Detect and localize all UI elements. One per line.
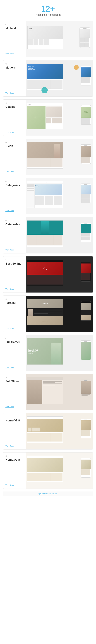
- phone-hg2-item-2: [86, 470, 90, 475]
- phone-mockup-homegift: [81, 419, 91, 438]
- phone-parallax-s1: [81, 303, 91, 310]
- card-title-classic: Classic: [5, 105, 24, 108]
- phone-mockup-parallax: [81, 301, 91, 321]
- phone-slider-content: [81, 394, 91, 397]
- card-number-10: 10: [5, 376, 24, 378]
- view-demo-fullslider[interactable]: View Demo: [5, 406, 24, 408]
- cat-grid-item-1: [35, 196, 44, 205]
- best-hero-text: BestSelling: [43, 267, 47, 270]
- parallax-section2: [27, 308, 63, 316]
- slider-figure: [27, 380, 42, 404]
- phone-notch-classic: [84, 106, 88, 106]
- classic-product-img: [46, 106, 62, 118]
- card-number-11: 11: [5, 416, 24, 418]
- classic-header: APPER: [27, 103, 63, 106]
- phone-parallax-s2: [81, 310, 91, 315]
- clean-figure: [54, 144, 60, 158]
- card-right-bestselling: BestSelling: [26, 256, 93, 292]
- phone-hg-items: [81, 430, 91, 436]
- homepage-count: 12+: [3, 5, 93, 13]
- clean-product-2: [39, 158, 51, 167]
- phone-notch-parallax: [84, 302, 88, 302]
- hg-hero-prod-3: [36, 428, 40, 432]
- card-categories-06: 06 Categories View Demo: [3, 217, 93, 254]
- cat-dot-3: [46, 182, 47, 183]
- phone-cat2-items: [81, 233, 91, 240]
- cat-body: NewArrivals: [27, 184, 63, 208]
- view-demo-homegift-12[interactable]: View Demo: [5, 484, 24, 486]
- card-number-02: 02: [5, 63, 24, 65]
- phone-slider-line-1: [82, 394, 90, 395]
- card-left-fullslider: 10 Full Slider View Demo: [3, 374, 26, 410]
- preview-parallax: New Arrivals New Arrivals: [26, 296, 93, 332]
- cat-grid-item-2: [45, 196, 53, 205]
- hg-hero-prod-2: [32, 428, 36, 432]
- view-demo-classic[interactable]: View Demo: [5, 131, 24, 133]
- card-left-fullscreen: 09 Full Screen View Demo: [3, 335, 26, 371]
- page-wrapper: 12+ Predefined Homepages 01 Minimal View…: [0, 0, 96, 499]
- card-left-homegift-11: 11 Home&Gift View Demo: [3, 413, 26, 449]
- desktop-mockup-parallax: New Arrivals New Arrivals: [27, 299, 63, 326]
- view-demo-parallax[interactable]: View Demo: [5, 327, 24, 329]
- card-right-homegift-12: [26, 452, 93, 488]
- phone-classic-items: [81, 118, 91, 125]
- slider-content: [42, 380, 63, 404]
- phone-cat2-item-2: [81, 237, 90, 240]
- phone-mockup-bestselling: [81, 262, 91, 282]
- hg-products: [27, 432, 63, 442]
- phone-products-minimal: [80, 38, 90, 48]
- phone-classic-hero: WomanCollection: [81, 107, 91, 118]
- hg2-product-2: [39, 473, 51, 481]
- cat-sidebar-item-2: [27, 186, 34, 188]
- card-left-clean: 04 Clean View Demo: [3, 139, 26, 175]
- phone-hg-hero: [81, 420, 91, 430]
- card-left-modern: 02 Modern View Demo: [3, 60, 26, 96]
- phone-notch-homegift2: [84, 459, 88, 459]
- phone-notch: [83, 28, 87, 29]
- view-demo-fullscreen[interactable]: View Demo: [5, 366, 24, 368]
- modern-hero-text: Edge TheSummerCollections: [28, 66, 35, 70]
- card-right-fullscreen: Faded EffectSweatshirt Shop Now: [26, 335, 93, 371]
- preview-categories: NewArrivals: [26, 178, 93, 214]
- hg2-products: [27, 472, 63, 481]
- view-demo-homegift-11[interactable]: View Demo: [5, 445, 24, 447]
- preview-minimal: NewArrivals: [26, 21, 93, 57]
- best-product-3: [51, 275, 63, 284]
- preview-modern: Edge TheSummerCollections: [26, 60, 93, 96]
- desktop-mockup-classic: APPER WomanCollection: [27, 103, 63, 130]
- card-left-homegift-12: 12 Home&Gift View Demo: [3, 452, 26, 488]
- cat-sidebar-item-3: [27, 188, 34, 189]
- slider-line-3: [43, 384, 62, 384]
- view-demo-clean[interactable]: View Demo: [5, 170, 24, 172]
- phone-product-4: [85, 43, 89, 47]
- view-demo-categories-05[interactable]: View Demo: [5, 210, 24, 212]
- view-demo-minimal[interactable]: View Demo: [5, 53, 24, 55]
- header-section: 12+ Predefined Homepages: [3, 5, 93, 16]
- card-title-categories-05: Categories: [5, 184, 24, 187]
- card-left-parallax: 08 Parallax View Demo: [3, 296, 26, 332]
- card-homegift-12: 12 Home&Gift View Demo: [3, 452, 93, 489]
- view-demo-bestselling[interactable]: View Demo: [5, 288, 24, 290]
- card-number-12: 12: [5, 455, 24, 457]
- card-title-homegift-12: Home&Gift: [5, 458, 24, 462]
- phone-slider-line-2: [82, 396, 88, 396]
- phone-mockup-minimal: [80, 28, 90, 48]
- view-demo-modern[interactable]: View Demo: [5, 92, 24, 94]
- full-title: Faded EffectSweatshirt: [28, 349, 38, 353]
- phone-cat2-item-1: [81, 234, 90, 236]
- phone-notch-cat: [84, 184, 88, 185]
- card-number-04: 04: [5, 141, 24, 143]
- phone-cat-items: [81, 194, 91, 203]
- cat-nav-dots: [44, 182, 47, 183]
- card-left-minimal: 01 Minimal View Demo: [3, 21, 26, 57]
- phone-mockup-fullscreen: [81, 340, 91, 360]
- phone-classic-item-1: [81, 118, 90, 121]
- desktop-mockup-homegift2: [27, 456, 63, 482]
- view-demo-categories-06[interactable]: View Demo: [5, 249, 24, 251]
- phone-slider-hero: [81, 381, 91, 394]
- best-products: [27, 275, 63, 285]
- card-classic: 03 Classic View Demo APPER WomanCo: [3, 100, 93, 136]
- card-title-clean: Clean: [5, 144, 24, 148]
- card-minimal: 01 Minimal View Demo NewArrivals: [3, 21, 93, 58]
- classic-thumb-2: [52, 118, 57, 124]
